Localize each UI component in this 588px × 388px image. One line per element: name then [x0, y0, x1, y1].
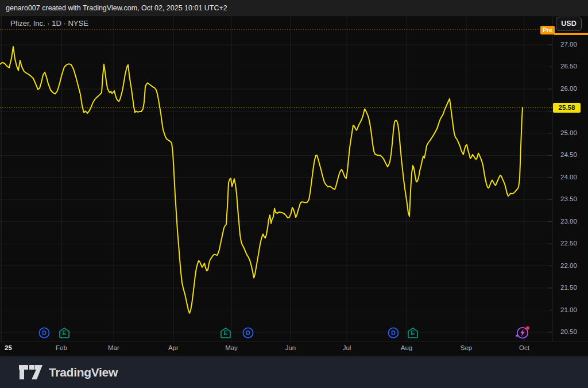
time-axis[interactable]: 25FebMarAprMayJunJulAugSepOct — [0, 342, 552, 356]
price-axis-label: 24.50 — [560, 151, 577, 158]
price-axis-label: 23.50 — [560, 195, 577, 202]
earnings-event-marker[interactable]: E — [58, 326, 71, 341]
news-event-marker[interactable] — [514, 325, 531, 343]
earnings-house-icon: E — [219, 326, 232, 339]
price-axis-label: 27.00 — [560, 41, 577, 48]
premarket-session-badge[interactable]: Pre — [540, 26, 555, 34]
month-axis-label: May — [225, 344, 238, 351]
price-axis-label: 26.50 — [560, 63, 577, 70]
svg-text:E: E — [62, 329, 66, 336]
month-axis-label: Jul — [343, 344, 351, 351]
current-price-label: 25.58 — [553, 103, 581, 113]
symbol-title: Pfizer, Inc. · 1D · NYSE — [10, 19, 88, 28]
month-axis-label: Jun — [285, 344, 296, 351]
dividend-letter-icon: D — [242, 326, 254, 339]
attribution-bar: genaro007 created with TradingView.com, … — [0, 0, 588, 16]
svg-text:E: E — [411, 329, 415, 336]
dividend-letter-icon: D — [38, 326, 51, 339]
news-flash-icon — [514, 325, 531, 341]
dividend-event-marker[interactable]: D — [387, 326, 400, 341]
attribution-text: genaro007 created with TradingView.com, … — [6, 4, 227, 12]
price-axis-label: 22.50 — [560, 240, 577, 247]
month-axis-label: Oct — [519, 344, 529, 351]
earnings-event-marker[interactable]: E — [407, 326, 419, 341]
year-axis-label: 25 — [5, 344, 12, 351]
footer-bar: TradingView — [0, 356, 588, 388]
svg-text:D: D — [42, 329, 47, 336]
dividend-event-marker[interactable]: D — [38, 326, 51, 341]
svg-text:D: D — [391, 329, 396, 336]
price-axis[interactable]: 25.58 27.0026.5026.0025.5025.0024.5024.0… — [553, 16, 588, 341]
tradingview-published-chart: genaro007 created with TradingView.com, … — [0, 0, 588, 388]
price-axis-label: 26.00 — [560, 85, 577, 92]
price-axis-label: 23.00 — [560, 218, 577, 225]
price-axis-label: 22.00 — [560, 262, 577, 269]
month-axis-label: Mar — [108, 344, 119, 351]
dividend-letter-icon: D — [387, 326, 400, 339]
currency-button[interactable]: USD — [556, 17, 582, 31]
svg-text:E: E — [223, 329, 227, 336]
price-axis-label: 21.00 — [560, 306, 577, 313]
month-axis-label: Aug — [401, 344, 412, 351]
price-line-series[interactable] — [0, 47, 523, 313]
tradingview-logo-icon[interactable] — [19, 364, 43, 381]
month-axis-label: Feb — [56, 344, 67, 351]
price-axis-label: 25.00 — [560, 129, 577, 136]
month-axis-label: Sep — [461, 344, 472, 351]
price-chart-canvas[interactable] — [0, 0, 588, 388]
tradingview-brand-text[interactable]: TradingView — [49, 366, 118, 379]
price-axis-label: 24.00 — [560, 174, 577, 180]
earnings-house-icon: E — [58, 326, 71, 339]
month-axis-label: Apr — [168, 344, 179, 351]
price-axis-label: 20.50 — [560, 328, 577, 335]
premarket-axis-bar — [554, 33, 588, 35]
dividend-event-marker[interactable]: D — [242, 326, 254, 341]
earnings-house-icon: E — [407, 326, 419, 339]
price-axis-label: 21.50 — [560, 284, 577, 291]
svg-text:D: D — [246, 329, 250, 336]
earnings-event-marker[interactable]: E — [219, 326, 232, 341]
